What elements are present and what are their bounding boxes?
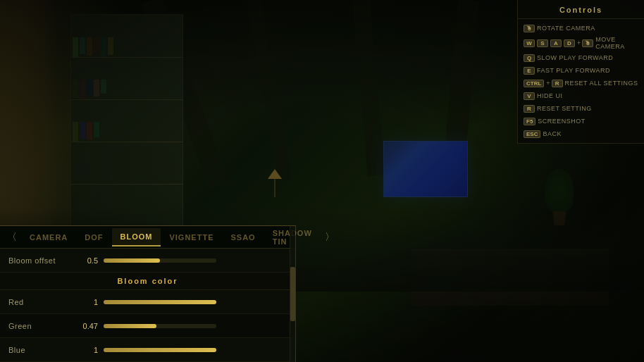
control-back[interactable]: ESC Back	[518, 127, 644, 140]
key-v: V	[524, 92, 535, 100]
plus-2: +	[546, 80, 550, 87]
hide-ui-desc: HIDE UI	[537, 92, 563, 99]
blue-label: Blue	[8, 346, 79, 354]
bloom-offset-label: Bloom offset	[8, 256, 79, 265]
key-q: Q	[524, 54, 535, 62]
key-r2: R	[524, 105, 535, 113]
key-a: A	[550, 39, 562, 47]
key-r: R	[552, 80, 563, 87]
tab-camera[interactable]: CAMERA	[21, 229, 76, 246]
control-move-camera: W S A D + 🖱 MOVE CAMERA	[518, 35, 644, 51]
red-value: 1	[79, 298, 104, 306]
reset-all-desc: RESET ALL SETTINGS	[565, 80, 638, 87]
scrollbar-thumb[interactable]	[290, 267, 295, 321]
key-e: E	[524, 67, 535, 75]
red-row: Red 1	[0, 290, 295, 314]
key-d: D	[564, 39, 575, 47]
plus-sign: +	[577, 39, 581, 46]
blue-value: 1	[79, 346, 104, 354]
controls-panel: Controls 🖱 ROTATE CAMERA W S A D + 🖱 MOV…	[517, 0, 644, 144]
tab-vignette[interactable]: VIGNETTE	[161, 229, 222, 246]
control-hide-ui: V HIDE UI	[518, 89, 644, 102]
tab-bloom[interactable]: BLOOM	[112, 228, 161, 246]
control-reset-all: CTRL + R RESET ALL SETTINGS	[518, 77, 644, 89]
bloom-offset-fill	[104, 258, 160, 263]
key-s: S	[537, 39, 548, 47]
key-w: W	[524, 39, 535, 47]
green-value: 0.47	[79, 322, 104, 330]
red-label: Red	[8, 298, 79, 306]
blue-slider[interactable]	[104, 348, 216, 352]
move-camera-desc: MOVE CAMERA	[595, 36, 638, 50]
tab-arrow-right[interactable]: 〉	[321, 231, 339, 244]
tab-dof[interactable]: DoF	[76, 229, 111, 246]
bloom-offset-row: Bloom offset 0.5	[0, 249, 295, 273]
back-desc: Back	[543, 130, 562, 137]
reset-setting-desc: RESET SETTING	[537, 105, 592, 112]
fast-play-desc: FAST PLAY FORWARD	[537, 67, 610, 74]
control-screenshot: F5 SCREENSHOT	[518, 115, 644, 127]
bloom-offset-value: 0.5	[79, 256, 104, 265]
key-esc: ESC	[524, 130, 540, 138]
mouse-key-2: 🖱	[582, 39, 593, 47]
green-label: Green	[8, 322, 79, 330]
control-reset-setting: R RESET SETTING	[518, 102, 644, 115]
key-ctrl: CTRL	[524, 80, 544, 87]
bloom-offset-slider[interactable]	[104, 258, 216, 263]
blue-fill	[104, 348, 216, 352]
red-fill	[104, 300, 216, 304]
panel-scrollbar[interactable]	[290, 226, 295, 362]
control-rotate-camera: 🖱 ROTATE CAMERA	[518, 22, 644, 35]
control-fast-play: E FAST PLAY FORWARD	[518, 64, 644, 77]
mouse-icon-key: 🖱	[524, 25, 535, 32]
green-fill	[104, 324, 156, 328]
bottom-panel: 〈 CAMERA DoF BLOOM VIGNETTE SSAO SHADOW …	[0, 225, 296, 362]
tab-bar: 〈 CAMERA DoF BLOOM VIGNETTE SSAO SHADOW …	[0, 226, 295, 249]
red-slider[interactable]	[104, 300, 216, 304]
screenshot-desc: SCREENSHOT	[538, 118, 586, 125]
slow-play-desc: SLOW PLAY FORWARD	[537, 54, 613, 61]
green-row: Green 0.47	[0, 314, 295, 338]
tab-ssao[interactable]: SSAO	[222, 229, 264, 246]
rotate-camera-desc: ROTATE CAMERA	[537, 25, 595, 32]
blue-row: Blue 1	[0, 338, 295, 362]
controls-title: Controls	[518, 3, 644, 19]
bloom-color-header: Bloom color	[0, 273, 295, 290]
tab-arrow-left[interactable]: 〈	[3, 231, 21, 244]
key-f5: F5	[524, 118, 535, 125]
control-slow-play: Q SLOW PLAY FORWARD	[518, 51, 644, 64]
green-slider[interactable]	[104, 324, 216, 328]
